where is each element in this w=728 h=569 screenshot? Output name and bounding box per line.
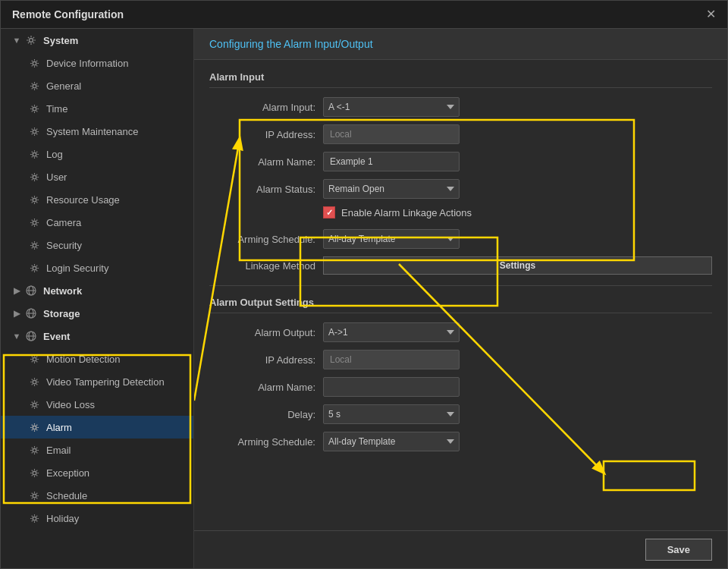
alarm-status-label: Alarm Status: (209, 184, 315, 195)
sidebar-item-label-network: Network (43, 285, 82, 297)
alarm-name-field-input[interactable] (323, 152, 460, 171)
gear-icon-resource (28, 193, 40, 206)
sidebar-item-user[interactable]: User (1, 165, 193, 188)
enable-checkbox-row: Enable Alarm Linkage Actions (323, 206, 712, 218)
sidebar-item-schedule[interactable]: Schedule (1, 484, 193, 507)
sidebar-item-label-event: Event (43, 331, 70, 342)
arming-schedule-select-output[interactable]: All-day Template (323, 432, 460, 451)
gear-icon-schedule (28, 489, 40, 501)
panel-body: Alarm Input Alarm Input: A <-1 IP Addres… (194, 60, 727, 530)
title-bar: Remote Configuration ✕ (1, 1, 727, 29)
settings-button[interactable]: Settings (323, 256, 712, 275)
sidebar-item-label-schedule: Schedule (46, 490, 87, 501)
sidebar-item-label-sys-maint: System Maintenance (46, 126, 138, 137)
sidebar-item-security[interactable]: Security (1, 234, 193, 256)
sidebar-item-label-security: Security (46, 240, 82, 251)
sidebar-item-holiday[interactable]: Holiday (1, 507, 193, 530)
close-button[interactable]: ✕ (706, 8, 716, 20)
svg-point-22 (33, 403, 36, 407)
sidebar-item-video-loss[interactable]: Video Loss (1, 393, 193, 416)
sidebar-item-label-general: General (46, 80, 81, 92)
globe-icon-network (25, 284, 37, 297)
window: Remote Configuration ✕ ▼ System Device I… (0, 0, 728, 569)
sidebar-item-motion-detection[interactable]: Motion Detection (1, 347, 193, 370)
ip-address-label-input: IP Address: (209, 129, 315, 140)
linkage-method-label: Linkage Method (209, 260, 315, 272)
alarm-input-section-title: Alarm Input (209, 71, 712, 88)
ip-address-field-input (323, 124, 460, 144)
svg-point-6 (33, 175, 36, 179)
section-divider (209, 285, 712, 286)
sidebar-item-alarm[interactable]: Alarm (1, 416, 193, 439)
gear-icon-time (28, 102, 40, 115)
sidebar-item-system-maintenance[interactable]: System Maintenance (1, 120, 193, 143)
svg-point-20 (33, 357, 36, 361)
sidebar-item-video-tampering[interactable]: Video Tampering Detection (1, 370, 193, 393)
panel-title: Configuring the Alarm Input/Output (209, 38, 373, 50)
sidebar-item-label-login-security: Login Security (46, 262, 108, 274)
svg-point-26 (33, 494, 36, 498)
right-panel: Configuring the Alarm Input/Output Alarm… (194, 29, 727, 568)
sidebar-item-log[interactable]: Log (1, 143, 193, 165)
panel-footer: Save (194, 530, 727, 568)
sidebar-item-label-device-info: Device Information (46, 58, 128, 69)
sidebar: ▼ System Device Information General Time… (1, 29, 194, 568)
alarm-output-label: Alarm Output: (209, 327, 315, 338)
svg-point-27 (33, 517, 36, 520)
sidebar-item-label-log: Log (46, 149, 63, 160)
sidebar-item-time[interactable]: Time (1, 97, 193, 120)
svg-point-24 (33, 448, 36, 452)
sidebar-item-system[interactable]: ▼ System (1, 29, 193, 52)
gear-icon-security (28, 239, 40, 251)
gear-icon-sys-maint (28, 125, 40, 137)
sidebar-item-login-security[interactable]: Login Security (1, 256, 193, 279)
save-button[interactable]: Save (645, 539, 712, 561)
alarm-input-label: Alarm Input: (209, 102, 315, 113)
arming-form: Arming Schedule: All-day Template Linkag… (209, 229, 712, 275)
sidebar-item-label-system: System (43, 35, 78, 46)
sidebar-item-resource-usage[interactable]: Resource Usage (1, 188, 193, 211)
expand-icon-event: ▼ (11, 331, 22, 341)
sidebar-item-storage[interactable]: ▶ Storage (1, 302, 193, 325)
arming-schedule-select-input[interactable]: All-day Template (323, 229, 460, 249)
arming-schedule-label-output: Arming Schedule: (209, 436, 315, 448)
alarm-name-label-input: Alarm Name: (209, 156, 315, 168)
sidebar-item-email[interactable]: Email (1, 439, 193, 461)
delay-label: Delay: (209, 409, 315, 420)
gear-icon-camera (28, 216, 40, 228)
svg-point-10 (33, 266, 36, 270)
gear-icon-system (25, 34, 37, 46)
sidebar-item-label-exception: Exception (46, 467, 89, 479)
gear-icon-tampering (28, 376, 40, 388)
alarm-output-select[interactable]: A->1 (323, 322, 460, 342)
sidebar-item-label-storage: Storage (43, 308, 80, 319)
globe-icon-event (25, 330, 37, 342)
enable-checkbox[interactable] (323, 206, 335, 218)
sidebar-item-camera[interactable]: Camera (1, 211, 193, 234)
enable-checkbox-label: Enable Alarm Linkage Actions (341, 207, 472, 218)
gear-icon-device-info (28, 57, 40, 69)
sidebar-item-label-tampering: Video Tampering Detection (46, 376, 165, 388)
svg-point-25 (33, 471, 36, 475)
alarm-status-select[interactable]: Remain Open (323, 179, 460, 199)
delay-select[interactable]: 5 s (323, 404, 460, 424)
sidebar-item-exception[interactable]: Exception (1, 461, 193, 484)
panel-header: Configuring the Alarm Input/Output (194, 29, 727, 60)
sidebar-item-label-user: User (46, 171, 67, 183)
gear-icon-login-security (28, 262, 40, 274)
gear-icon-general (28, 80, 40, 92)
sidebar-item-label-holiday: Holiday (46, 513, 79, 524)
sidebar-item-general[interactable]: General (1, 74, 193, 97)
sidebar-item-network[interactable]: ▶ Network (1, 279, 193, 302)
svg-point-4 (33, 130, 36, 134)
alarm-name-label-output: Alarm Name: (209, 382, 315, 393)
svg-point-1 (33, 61, 36, 65)
sidebar-item-event[interactable]: ▼ Event (1, 325, 193, 347)
sidebar-item-device-info[interactable]: Device Information (1, 52, 193, 74)
gear-icon-user (28, 171, 40, 183)
gear-icon-motion (28, 353, 40, 365)
alarm-name-field-output[interactable] (323, 377, 460, 397)
ip-address-label-output: IP Address: (209, 354, 315, 366)
alarm-input-select[interactable]: A <-1 (323, 97, 460, 117)
svg-point-0 (30, 39, 33, 42)
